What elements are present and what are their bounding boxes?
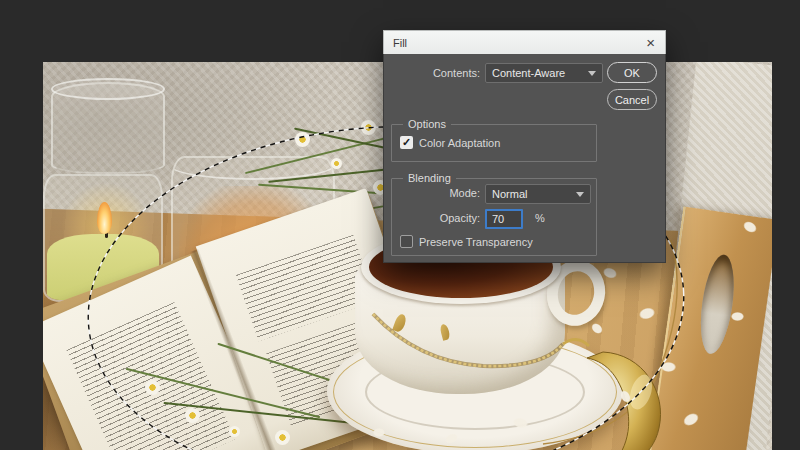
blending-group: Blending Mode: Normal Opacity: % Preserv… — [391, 178, 597, 256]
chamomile-flower — [185, 408, 200, 423]
opacity-input[interactable] — [485, 209, 523, 229]
chamomile-flower — [145, 380, 160, 395]
options-legend: Options — [403, 118, 451, 130]
chamomile-flower — [295, 132, 310, 147]
mode-label: Mode: — [392, 187, 480, 199]
close-icon[interactable]: × — [636, 35, 665, 50]
contents-value: Content-Aware — [492, 67, 584, 79]
tray-handle-hole — [695, 253, 739, 356]
contents-label: Contents: — [384, 67, 480, 79]
opacity-unit: % — [535, 212, 545, 224]
color-adaptation-checkbox[interactable]: ✓ — [400, 136, 413, 149]
mode-dropdown[interactable]: Normal — [485, 184, 591, 204]
petal — [661, 362, 676, 372]
blending-legend: Blending — [403, 172, 456, 184]
dialog-title: Fill — [384, 37, 636, 49]
chevron-down-icon — [588, 71, 596, 76]
petal — [373, 428, 385, 437]
chevron-down-icon — [576, 192, 584, 197]
opacity-label: Opacity: — [392, 212, 480, 224]
empty-glass — [51, 82, 165, 174]
chamomile-flower — [331, 158, 342, 169]
mode-value: Normal — [492, 188, 572, 200]
chamomile-flower — [229, 426, 240, 437]
preserve-transparency-checkbox[interactable] — [400, 235, 413, 248]
chamomile-flower — [361, 120, 376, 135]
cancel-button[interactable]: Cancel — [607, 89, 657, 110]
ok-button-label: OK — [624, 67, 640, 79]
cancel-button-label: Cancel — [615, 94, 649, 106]
dialog-body: Contents: Content-Aware OK Cancel Option… — [383, 54, 666, 263]
chamomile-flower — [275, 430, 290, 445]
photoshop-workspace: Fill × Contents: Content-Aware OK Cancel… — [0, 0, 800, 450]
ok-button[interactable]: OK — [607, 62, 657, 83]
preserve-transparency-label: Preserve Transparency — [419, 236, 533, 248]
petal — [731, 312, 744, 321]
contents-dropdown[interactable]: Content-Aware — [485, 63, 603, 83]
options-group: Options ✓ Color Adaptation — [391, 124, 597, 162]
color-adaptation-label: Color Adaptation — [419, 137, 500, 149]
dialog-titlebar[interactable]: Fill × — [383, 30, 666, 54]
fill-dialog: Fill × Contents: Content-Aware OK Cancel… — [383, 30, 666, 263]
